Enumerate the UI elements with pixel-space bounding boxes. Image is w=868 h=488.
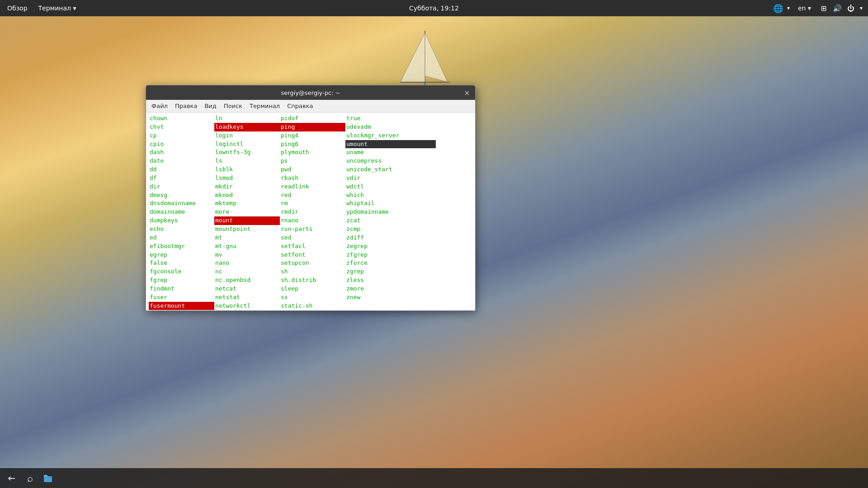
cmd-uname: uname <box>345 148 436 157</box>
menu-file[interactable]: Файл <box>148 101 171 111</box>
language-button[interactable]: en ▾ <box>794 3 815 14</box>
cmd-red: red <box>280 191 345 200</box>
cmd-date: date <box>149 157 214 165</box>
command-grid: chown ln pidof true chvt loadkeys ping u… <box>149 114 472 310</box>
cmd-udevadm: udevadm <box>345 123 436 131</box>
language-arrow: ▾ <box>808 5 811 12</box>
cmd-vdir: vdir <box>345 174 436 183</box>
cmd-egrep: egrep <box>149 251 214 259</box>
cmd-run-parts: run-parts <box>280 225 345 234</box>
panel-clock: Суббота, 19:12 <box>409 5 459 12</box>
menu-terminal[interactable]: Терминал <box>246 101 283 111</box>
cmd-rnano: rnano <box>280 216 345 225</box>
overview-button[interactable]: Обзор <box>4 3 31 14</box>
cmd-umount: umount <box>345 140 436 149</box>
panel-right-arrow[interactable]: ▾ <box>787 5 790 11</box>
cmd-cp: cp <box>149 131 214 140</box>
cmd-mkdir: mkdir <box>214 183 280 191</box>
cmd-ed: ed <box>149 234 214 242</box>
cmd-unicode-start: unicode_start <box>345 165 436 174</box>
power-icon[interactable]: ⏻ <box>846 4 855 13</box>
cmd-setfacl: setfacl <box>280 242 345 251</box>
panel-right: 🌐 ▾ en ▾ ⊞ 🔊 ⏻ ▾ <box>774 3 868 14</box>
cmd-rbash: rbash <box>280 174 345 183</box>
cmd-ping6: ping6 <box>280 140 345 149</box>
cmd-ps: ps <box>280 157 345 165</box>
terminal-body[interactable]: chown ln pidof true chvt loadkeys ping u… <box>146 113 475 310</box>
cmd-plymouth: plymouth <box>280 148 345 157</box>
cmd-whiptail: whiptail <box>345 199 436 208</box>
terminal-title: sergiy@sergiy-pc: ~ <box>159 89 462 96</box>
search-button[interactable]: ⌕ <box>22 470 38 486</box>
menu-view[interactable]: Вид <box>201 101 220 111</box>
power-arrow[interactable]: ▾ <box>860 5 863 11</box>
cmd-df: df <box>149 174 214 183</box>
network-icon[interactable]: 🌐 <box>774 4 783 13</box>
connections-icon[interactable]: ⊞ <box>819 4 828 13</box>
cmd-nc: nc <box>214 267 280 276</box>
cmd-zforce: zforce <box>345 259 436 267</box>
cmd-mv: mv <box>214 251 280 259</box>
cmd-false: false <box>149 259 214 267</box>
cmd-loadkeys: loadkeys <box>214 123 280 131</box>
cmd-mktemp: mktemp <box>214 199 280 208</box>
cmd-mount: mount <box>214 216 280 225</box>
cmd-setfont: setfont <box>280 251 345 259</box>
cmd-zcmp: zcmp <box>345 225 436 234</box>
cmd-wdctl: wdctl <box>345 183 436 191</box>
cmd-setupcon: setupcon <box>280 259 345 267</box>
cmd-ypdomainname: ypdomainname <box>345 208 436 216</box>
cmd-dir: dir <box>149 183 214 191</box>
cmd-zgrep: zgrep <box>345 267 436 276</box>
desktop: Обзор Терминал ▾ Суббота, 19:12 🌐 ▾ en ▾… <box>0 0 868 488</box>
cmd-networkctl: networkctl <box>214 302 280 310</box>
terminal-close-button[interactable]: × <box>462 88 472 97</box>
cmd-sleep: sleep <box>280 285 345 293</box>
cmd-nc-openbsd: nc.openbsd <box>214 276 280 285</box>
cmd-empty4 <box>345 302 436 310</box>
cmd-zfgrep: zfgrep <box>345 251 436 259</box>
cmd-zcat: zcat <box>345 216 436 225</box>
terminal-menu-icon: ▾ <box>73 5 76 12</box>
cmd-mt: mt <box>214 234 280 242</box>
cmd-cpio: cpio <box>149 140 214 149</box>
terminal-window: sergiy@sergiy-pc: ~ × Файл Правка Вид По… <box>146 85 476 311</box>
cmd-pidof: pidof <box>280 114 345 123</box>
cmd-more: more <box>214 208 280 216</box>
cmd-dmesg: dmesg <box>149 191 214 200</box>
cmd-uncompress: uncompress <box>345 157 436 165</box>
cmd-echo: echo <box>149 225 214 234</box>
cmd-static-sh: static-sh <box>280 302 345 310</box>
cmd-dnsdomainname: dnsdomainname <box>149 199 214 208</box>
language-label: en <box>798 5 806 12</box>
cmd-rm: rm <box>280 199 345 208</box>
files-button[interactable] <box>40 470 56 486</box>
cmd-nano: nano <box>214 259 280 267</box>
terminal-menu-label: Терминал <box>38 5 71 12</box>
top-panel: Обзор Терминал ▾ Суббота, 19:12 🌐 ▾ en ▾… <box>0 0 868 16</box>
cmd-fgconsole: fgconsole <box>149 267 214 276</box>
cmd-ping: ping <box>280 123 345 131</box>
panel-left: Обзор Терминал ▾ <box>0 3 80 14</box>
cmd-dd: dd <box>149 165 214 174</box>
menu-help[interactable]: Справка <box>283 101 316 111</box>
back-button[interactable]: ← <box>4 470 20 486</box>
menu-edit[interactable]: Правка <box>171 101 201 111</box>
volume-icon[interactable]: 🔊 <box>833 4 842 13</box>
cmd-ping4: ping4 <box>280 131 345 140</box>
cmd-zegrep: zegrep <box>345 242 436 251</box>
cmd-lsblk: lsblk <box>214 165 280 174</box>
cmd-dash: dash <box>149 148 214 157</box>
taskbar: ← ⌕ <box>0 468 868 488</box>
cmd-sh: sh <box>280 267 345 276</box>
cmd-chown: chown <box>149 114 214 123</box>
cmd-readlink: readlink <box>280 183 345 191</box>
cmd-sh-distrib: sh.distrib <box>280 276 345 285</box>
cmd-mknod: mknod <box>214 191 280 200</box>
menu-search[interactable]: Поиск <box>220 101 246 111</box>
cmd-netstat: netstat <box>214 293 280 302</box>
cmd-fusermount: fusermount <box>149 302 214 310</box>
cmd-loginctl: loginctl <box>214 140 280 149</box>
terminal-menu-button[interactable]: Терминал ▾ <box>35 3 80 14</box>
cmd-true: true <box>345 114 436 123</box>
